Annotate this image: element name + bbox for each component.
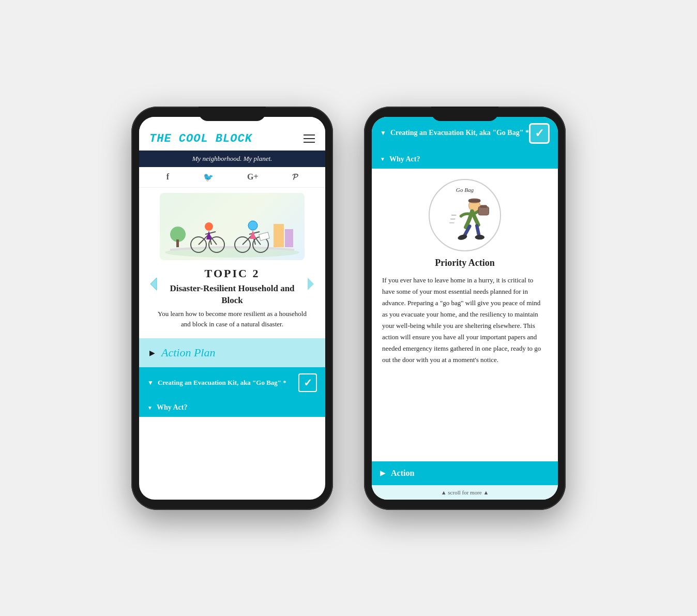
action-plan-label: Action Plan xyxy=(161,346,215,359)
checkmark-icon: ✓ xyxy=(304,377,312,389)
svg-rect-16 xyxy=(285,229,293,247)
svg-point-14 xyxy=(248,221,257,230)
evacuation-label: Creating an Evacuation Kit, aka "Go Bag"… xyxy=(158,379,298,387)
phone2-action-bar[interactable]: ▶ Action xyxy=(372,461,558,485)
phone2-top-bar[interactable]: ▼ Creating an Evacuation Kit, aka "Go Ba… xyxy=(372,117,558,150)
bike-scene-svg xyxy=(160,193,305,260)
svg-line-13 xyxy=(249,232,260,234)
topic-description: You learn how to become more resilient a… xyxy=(149,309,315,329)
why-act-bar[interactable]: ▼ Why Act? xyxy=(139,398,325,417)
go-bag-illustration: Go Bag xyxy=(429,179,501,251)
action-plan-section[interactable]: ▶ Action Plan xyxy=(139,338,325,367)
go-bag-svg: Go Bag xyxy=(431,182,498,249)
phone-2: ▼ Creating an Evacuation Kit, aka "Go Ba… xyxy=(364,107,566,510)
twitter-icon[interactable]: 🐦 xyxy=(203,172,214,182)
phone2-checkbox[interactable]: ✓ xyxy=(529,123,550,144)
priority-action-title: Priority Action xyxy=(435,258,494,268)
pinterest-icon[interactable]: 𝓟 xyxy=(292,172,298,182)
googleplus-icon[interactable]: G+ xyxy=(247,172,259,182)
svg-point-30 xyxy=(475,235,485,239)
phone-2-screen: ▼ Creating an Evacuation Kit, aka "Go Ba… xyxy=(372,117,558,500)
phone2-top-bar-left: ▼ Creating an Evacuation Kit, aka "Go Ba… xyxy=(380,128,529,138)
phone2-content-area: Go Bag xyxy=(372,169,558,461)
svg-text:Go Bag: Go Bag xyxy=(456,187,474,193)
phone2-why-act-label: Why Act? xyxy=(389,155,420,163)
tagline: My neighborhood. My planet. xyxy=(139,151,325,167)
svg-rect-15 xyxy=(274,224,284,247)
phone2-action-arrow-icon: ▶ xyxy=(380,469,386,477)
phone-1-screen: THE COOL BLOCK My neighborhood. My plane… xyxy=(139,117,325,500)
svg-rect-28 xyxy=(480,205,487,208)
phone2-collapse-icon: ▼ xyxy=(380,129,386,137)
phone2-checkmark-icon: ✓ xyxy=(535,127,544,140)
phone2-why-act-bar[interactable]: ▼ Why Act? xyxy=(372,150,558,169)
topic-section: TOPIC 2 Disaster-Resilient Household and… xyxy=(139,188,325,339)
why-act-arrow-icon: ▼ xyxy=(147,405,153,411)
phone2-action-label: Action xyxy=(391,469,414,478)
bike-illustration xyxy=(160,193,305,260)
next-arrow[interactable] xyxy=(300,277,315,294)
svg-rect-18 xyxy=(176,239,179,247)
svg-line-6 xyxy=(205,232,216,234)
svg-rect-26 xyxy=(468,199,480,202)
phone1-header: THE COOL BLOCK xyxy=(139,117,325,151)
evacuation-item[interactable]: ▼ Creating an Evacuation Kit, aka "Go Ba… xyxy=(139,367,325,398)
app-title: THE COOL BLOCK xyxy=(149,132,252,145)
evacuation-checkbox[interactable]: ✓ xyxy=(298,373,317,392)
phone2-bottom-hint: ▲ scroll for more ▲ xyxy=(372,485,558,500)
prev-arrow[interactable] xyxy=(149,277,164,294)
svg-marker-22 xyxy=(308,278,314,290)
evacuation-expand-icon: ▼ xyxy=(147,379,154,387)
page-container: THE COOL BLOCK My neighborhood. My plane… xyxy=(0,76,697,541)
svg-rect-19 xyxy=(259,232,269,240)
priority-action-text: If you ever have to leave home in a hurr… xyxy=(382,275,548,366)
phone2-top-title: Creating an Evacuation Kit, aka "Go Bag"… xyxy=(390,128,529,138)
social-bar: f 🐦 G+ 𝓟 xyxy=(139,167,325,188)
topic-title: Disaster-Resilient Household and Block xyxy=(164,282,300,307)
action-plan-arrow-icon: ▶ xyxy=(149,349,155,357)
phone2-scroll-hint: ▲ scroll for more ▲ xyxy=(441,489,489,495)
svg-marker-20 xyxy=(150,278,157,290)
menu-icon[interactable] xyxy=(304,134,315,143)
why-act-label: Why Act? xyxy=(157,403,188,412)
facebook-icon[interactable]: f xyxy=(166,172,169,182)
phone-1: THE COOL BLOCK My neighborhood. My plane… xyxy=(131,107,333,510)
svg-point-7 xyxy=(205,222,213,231)
topic-number: TOPIC 2 xyxy=(164,267,300,280)
phone2-why-act-arrow: ▼ xyxy=(380,156,385,162)
